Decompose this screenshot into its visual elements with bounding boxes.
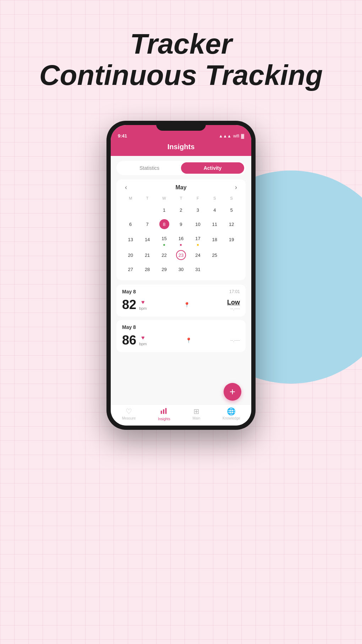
phone-container: 9:41 ▲▲▲ wifi ▓ Insights Statistics bbox=[106, 121, 256, 430]
day-label-w: W bbox=[156, 195, 172, 202]
cal-cell-2[interactable]: 2 bbox=[172, 203, 189, 217]
card-header-1: May 8 17:01 bbox=[122, 289, 240, 294]
cal-cell bbox=[223, 248, 240, 262]
svg-rect-1 bbox=[163, 409, 165, 414]
cal-cell-3[interactable]: 3 bbox=[190, 203, 206, 217]
reading-dash-1: --,---- bbox=[230, 306, 240, 311]
nav-label-insights: Insights bbox=[158, 417, 170, 421]
reading-card-1: May 8 17:01 82 ♥ bpm 📍 Low bbox=[116, 285, 246, 316]
reading-time-1: 17:01 bbox=[229, 289, 240, 294]
knowledge-icon: 🌐 bbox=[227, 407, 236, 416]
cal-cell-13[interactable]: 13 bbox=[122, 232, 139, 248]
reading-level-1: Low bbox=[227, 299, 240, 306]
cal-cell-7[interactable]: 7 bbox=[139, 217, 155, 231]
location-icon-2: 📍 bbox=[186, 337, 192, 343]
cal-cell-15[interactable]: 15 bbox=[156, 232, 172, 248]
cal-cell bbox=[223, 263, 240, 276]
cal-cell-11[interactable]: 11 bbox=[206, 217, 223, 231]
location-icon-1: 📍 bbox=[184, 302, 190, 308]
title-block: Tracker Continuous Tracking bbox=[0, 28, 362, 91]
cal-cell-1[interactable]: 1 bbox=[156, 203, 172, 217]
cal-cell-27[interactable]: 27 bbox=[122, 263, 139, 276]
bpm-unit-2: bpm bbox=[139, 342, 147, 346]
heart-icon-1: ♥ bbox=[141, 299, 145, 305]
cal-cell-6[interactable]: 6 bbox=[122, 217, 139, 231]
cal-cell-20[interactable]: 20 bbox=[122, 248, 139, 262]
cal-cell-21[interactable]: 21 bbox=[139, 248, 155, 262]
day-label-s1: S bbox=[206, 195, 223, 202]
cal-cell-12[interactable]: 12 bbox=[223, 217, 240, 231]
calendar-days-header: M T W T F S S bbox=[122, 195, 240, 202]
calendar: ‹ May › M T W T F S S bbox=[116, 179, 246, 280]
cal-cell-10[interactable]: 10 bbox=[190, 217, 206, 231]
nav-main[interactable]: ⊞ Main bbox=[193, 407, 201, 420]
tab-activity[interactable]: Activity bbox=[181, 162, 244, 174]
reading-date-1: May 8 bbox=[122, 289, 136, 294]
card-right-1: Low --,---- bbox=[227, 299, 240, 311]
cal-cell-17[interactable]: 17 bbox=[190, 232, 206, 248]
calendar-month: May bbox=[175, 184, 186, 191]
nav-knowledge[interactable]: 🌐 Knowledge bbox=[223, 407, 240, 420]
title-line2: Continuous Tracking bbox=[0, 60, 362, 91]
nav-label-main: Main bbox=[193, 416, 201, 420]
cal-cell-9[interactable]: 9 bbox=[172, 217, 189, 231]
bpm-value-2: 86 bbox=[122, 333, 136, 348]
day-label-s2: S bbox=[223, 195, 240, 202]
cal-cell-8[interactable]: 8 bbox=[156, 217, 172, 231]
title-line1: Tracker bbox=[0, 28, 362, 60]
svg-rect-0 bbox=[161, 411, 162, 414]
fab-add-button[interactable]: + bbox=[224, 383, 241, 401]
wifi-icon: wifi bbox=[233, 134, 239, 139]
signal-icon: ▲▲▲ bbox=[219, 134, 231, 139]
cal-cell bbox=[139, 203, 155, 217]
main-icon: ⊞ bbox=[193, 407, 199, 416]
phone-frame: 9:41 ▲▲▲ wifi ▓ Insights Statistics bbox=[106, 121, 256, 430]
cal-cell-22[interactable]: 22 bbox=[156, 248, 172, 262]
cal-cell-25[interactable]: 25 bbox=[206, 248, 223, 262]
cal-cell-5[interactable]: 5 bbox=[223, 203, 240, 217]
measure-icon: ♡ bbox=[126, 407, 132, 416]
cal-cell-18[interactable]: 18 bbox=[206, 232, 223, 248]
cal-cell-31[interactable]: 31 bbox=[190, 263, 206, 276]
cal-cell bbox=[206, 263, 223, 276]
app-header: Insights bbox=[111, 141, 251, 156]
tabs-container: Statistics Activity bbox=[116, 161, 246, 175]
cal-cell-28[interactable]: 28 bbox=[139, 263, 155, 276]
app-title: Insights bbox=[111, 143, 251, 151]
nav-measure[interactable]: ♡ Measure bbox=[122, 407, 136, 420]
day-label-t1: T bbox=[139, 195, 155, 202]
cal-cell-23[interactable]: 23 bbox=[172, 248, 189, 262]
phone-notch bbox=[156, 121, 206, 131]
cal-cell-16[interactable]: 16 bbox=[172, 232, 189, 248]
card-right-2: --,---- bbox=[230, 338, 240, 343]
cal-cell-24[interactable]: 24 bbox=[190, 248, 206, 262]
card-header-2: May 8 bbox=[122, 324, 240, 330]
cal-cell-29[interactable]: 29 bbox=[156, 263, 172, 276]
cal-cell-19[interactable]: 19 bbox=[223, 232, 240, 248]
heart-icon-2: ♥ bbox=[141, 335, 145, 341]
next-month-button[interactable]: › bbox=[232, 184, 240, 191]
cal-cell-14[interactable]: 14 bbox=[139, 232, 155, 248]
cal-cell-4[interactable]: 4 bbox=[206, 203, 223, 217]
svg-rect-2 bbox=[165, 408, 167, 414]
battery-icon: ▓ bbox=[241, 134, 244, 139]
reading-card-2: May 8 86 ♥ bpm 📍 --,---- bbox=[116, 320, 246, 352]
insights-icon bbox=[160, 407, 168, 416]
card-body-1: 82 ♥ bpm 📍 Low --,---- bbox=[122, 297, 240, 312]
cal-cell-30[interactable]: 30 bbox=[172, 263, 189, 276]
tab-statistics[interactable]: Statistics bbox=[118, 162, 181, 174]
prev-month-button[interactable]: ‹ bbox=[122, 184, 130, 191]
status-icons: ▲▲▲ wifi ▓ bbox=[219, 134, 244, 139]
status-time: 9:41 bbox=[118, 133, 127, 139]
reading-dash-2: --,---- bbox=[230, 338, 240, 343]
calendar-header: ‹ May › bbox=[122, 184, 240, 191]
card-body-2: 86 ♥ bpm 📍 --,---- bbox=[122, 333, 240, 348]
reading-date-2: May 8 bbox=[122, 324, 136, 330]
day-label-m: M bbox=[122, 195, 139, 202]
day-label-f: F bbox=[190, 195, 206, 202]
nav-insights[interactable]: Insights bbox=[158, 407, 170, 421]
cal-cell bbox=[122, 203, 139, 217]
phone-screen: 9:41 ▲▲▲ wifi ▓ Insights Statistics bbox=[111, 125, 251, 426]
day-label-t2: T bbox=[172, 195, 189, 202]
bpm-unit-1: bpm bbox=[139, 306, 147, 310]
